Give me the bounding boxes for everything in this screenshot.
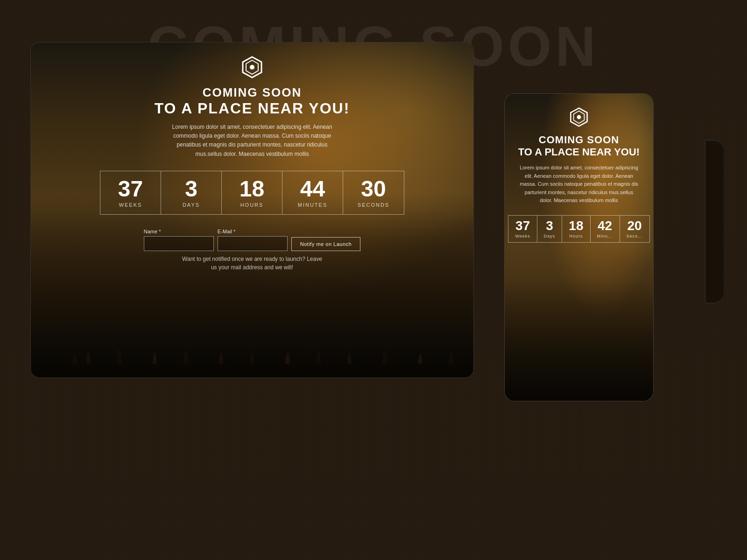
form-inputs-row: Name * E-Mail * Notify me on Launch (144, 229, 360, 251)
desktop-content: COMING SOON TO A PLACE NEAR YOU! Lorem i… (31, 42, 473, 378)
mobile-countdown-minutes: 42 Minu... (591, 216, 620, 242)
mobile-countdown-hours-value: 18 (569, 219, 583, 232)
desktop-countdown: 37 WEEKS 3 DAYS 18 HOURS 44 MINUTES 30 (100, 171, 404, 215)
mobile-heading-line2: TO A PLACE NEAR YOU! (518, 146, 640, 158)
countdown-weeks: 37 WEEKS (100, 171, 161, 214)
countdown-hours-label: HOURS (240, 202, 264, 208)
desktop-description: Lorem ipsum dolor sit amet, consectetuer… (168, 123, 336, 159)
countdown-minutes: 44 MINUTES (282, 171, 343, 214)
mobile-countdown-seconds: 20 Seco... (620, 216, 649, 242)
mobile-countdown-days-label: Days (544, 234, 556, 238)
partial-device (705, 140, 724, 303)
mobile-heading: COMING SOON TO A PLACE NEAR YOU! (518, 134, 640, 158)
desktop-heading: COMING SOON TO A PLACE NEAR YOU! (155, 85, 350, 117)
countdown-days-value: 3 (185, 178, 197, 200)
countdown-seconds-value: 30 (361, 178, 386, 200)
svg-point-2 (250, 65, 254, 70)
mobile-countdown-hours-label: Hours (569, 234, 583, 238)
mobile-countdown-days-value: 3 (546, 219, 553, 232)
mobile-content: COMING SOON TO A PLACE NEAR YOU! Lorem i… (505, 94, 653, 401)
countdown-days: 3 DAYS (161, 171, 222, 214)
form-email-input[interactable] (218, 236, 288, 251)
mobile-countdown: 37 Weeks 3 Days 18 Hours 42 Minu... 20 (508, 215, 649, 243)
mobile-countdown-minutes-label: Minu... (597, 234, 613, 238)
form-name-label: Name * (144, 229, 214, 234)
mobile-logo (569, 107, 589, 127)
form-name-input[interactable] (144, 236, 214, 251)
desktop-heading-line2: TO A PLACE NEAR YOU! (155, 100, 350, 117)
form-email-label: E-Mail * (218, 229, 288, 234)
countdown-hours-value: 18 (240, 178, 264, 200)
mobile-countdown-hours: 18 Hours (562, 216, 590, 242)
form-email-field: E-Mail * (218, 229, 288, 251)
countdown-minutes-value: 44 (300, 178, 325, 200)
mobile-countdown-seconds-label: Seco... (627, 234, 643, 238)
mobile-description: Lorem ipsum dolor sit amet, consectetuer… (518, 164, 640, 205)
mobile-countdown-minutes-value: 42 (598, 219, 612, 232)
form-hint: Want to get notified once we are ready t… (182, 255, 322, 272)
desktop-heading-line1: COMING SOON (155, 85, 350, 100)
mobile-countdown-days: 3 Days (537, 216, 563, 242)
countdown-days-label: DAYS (183, 202, 200, 208)
mobile-countdown-weeks: 37 Weeks (508, 216, 537, 242)
countdown-minutes-label: MINUTES (298, 202, 328, 208)
svg-point-5 (577, 115, 581, 119)
countdown-seconds: 30 SECONDS (343, 171, 404, 214)
countdown-weeks-value: 37 (118, 178, 143, 200)
desktop-mockup: COMING SOON TO A PLACE NEAR YOU! Lorem i… (30, 42, 474, 378)
mobile-mockup: COMING SOON TO A PLACE NEAR YOU! Lorem i… (504, 93, 654, 401)
countdown-seconds-label: SECONDS (358, 202, 389, 208)
countdown-hours: 18 HOURS (222, 171, 282, 214)
notify-button[interactable]: Notify me on Launch (291, 237, 360, 251)
mobile-countdown-weeks-label: Weeks (515, 234, 530, 238)
form-name-field: Name * (144, 229, 214, 251)
mobile-countdown-weeks-value: 37 (515, 219, 530, 232)
mobile-heading-line1: COMING SOON (518, 134, 640, 146)
countdown-weeks-label: WEEKS (119, 202, 142, 208)
desktop-logo (240, 56, 264, 79)
desktop-form: Name * E-Mail * Notify me on Launch Want… (144, 229, 360, 272)
mobile-countdown-seconds-value: 20 (627, 219, 641, 232)
